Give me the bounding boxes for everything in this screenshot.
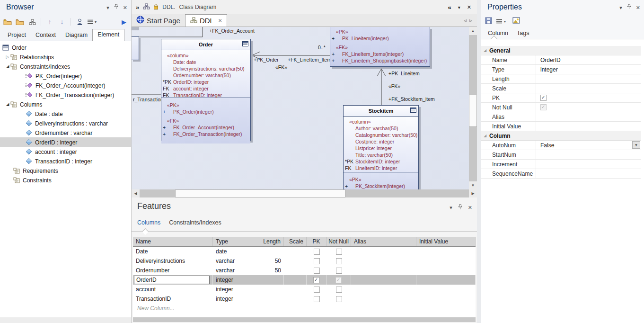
scale-value[interactable] <box>536 84 641 93</box>
tree-item-columns[interactable]: ◢ Columns <box>0 99 131 109</box>
tab-scroll-left-icon[interactable]: ◃ <box>464 17 467 24</box>
features-tab-constraints-indexes[interactable]: Constraints/Indexes <box>169 219 221 226</box>
save-icon[interactable] <box>485 17 492 26</box>
properties-close-icon[interactable]: ✕ <box>636 4 640 11</box>
tab-scroll-right-icon[interactable]: ▹ <box>469 17 472 24</box>
canvas-vertical-scrollbar[interactable]: ▲ ▼ <box>469 27 477 189</box>
table-row-ordernumber[interactable]: Ordernumber varchar 50 <box>133 266 476 275</box>
tree-item-account[interactable]: account : integer <box>0 147 131 156</box>
notnull-checkbox[interactable] <box>336 249 342 255</box>
caption-close-icon[interactable]: ✕ <box>467 4 471 10</box>
section-collapse-icon[interactable]: ◢ <box>481 134 489 138</box>
pk-checkbox[interactable] <box>314 296 320 302</box>
locate-icon[interactable] <box>75 17 84 27</box>
autonum-value[interactable]: False ▼ <box>536 141 641 150</box>
scroll-up-icon[interactable]: ▲ <box>469 27 477 35</box>
tree-item-orderid[interactable]: OrderID : integer <box>0 137 131 147</box>
scroll-right-icon[interactable]: ▶ <box>469 189 477 197</box>
properties-tab-column[interactable]: Column <box>488 30 508 36</box>
length-value[interactable] <box>536 74 641 83</box>
expander-expanded-icon[interactable]: ◢ <box>5 102 10 107</box>
features-tab-columns[interactable]: Columns <box>137 219 160 226</box>
autonum-dropdown-icon[interactable]: ▼ <box>632 141 640 149</box>
tree-item-date[interactable]: Date : date <box>0 109 131 118</box>
open-folder-icon[interactable] <box>15 17 25 27</box>
features-close-icon[interactable]: ✕ <box>468 204 472 211</box>
name-edit-field[interactable]: OrderID <box>134 276 210 284</box>
pk-checkbox[interactable] <box>313 277 319 283</box>
expander-collapsed-icon[interactable]: ▷ <box>5 54 10 59</box>
tree-item-ordernumber[interactable]: Ordernumber : varchar <box>0 128 131 137</box>
table-row-date[interactable]: Date date <box>133 247 476 256</box>
table-row-deliveryinstructions[interactable]: Deliveryinstructions varchar 50 <box>133 256 476 266</box>
name-value[interactable]: OrderID <box>536 55 641 64</box>
tab-project[interactable]: Project <box>3 30 31 41</box>
browser-bottom-scrollbar[interactable] <box>0 317 131 323</box>
tree-item-transactionid[interactable]: TransactionID : integer <box>0 156 131 166</box>
notnull-checkbox[interactable] <box>336 296 342 302</box>
canvas-horizontal-scrollbar[interactable]: ◀ ▶ <box>132 189 477 197</box>
section-collapse-icon[interactable]: ◢ <box>481 48 489 53</box>
section-column[interactable]: ◢ Column <box>481 131 641 141</box>
tree-item-requirements[interactable]: Requirements <box>0 166 131 175</box>
class-box-stockitem[interactable]: Stockitem «column» Author: varchar(50) C… <box>343 105 419 189</box>
tree-item-pk-order[interactable]: PK_Order(integer) <box>0 71 131 81</box>
tab-diagram[interactable]: Diagram <box>61 30 92 41</box>
caption-dropdown-icon[interactable]: ▾ <box>458 5 460 10</box>
diagram-canvas[interactable]: +FK_Order_Account 0..* +PK_Order +FK_Lin… <box>132 27 477 189</box>
tree-item-order[interactable]: Order <box>0 43 131 52</box>
type-value[interactable]: integer <box>536 65 641 74</box>
increment-value[interactable] <box>536 160 641 169</box>
vertical-scroll-thumb[interactable] <box>469 95 477 127</box>
section-general[interactable]: ◢ General <box>481 46 641 55</box>
tab-element[interactable]: Element <box>92 29 124 41</box>
pk-checkbox[interactable] <box>314 249 320 255</box>
notnull-checkbox[interactable] <box>336 268 342 274</box>
class-box-order[interactable]: Order «column» Date: date Deliveryinstru… <box>161 39 251 141</box>
new-package-icon[interactable]: ✦ <box>3 17 12 27</box>
forward-arrow-icon[interactable]: ▶ <box>122 18 126 26</box>
tab-close-icon[interactable]: ✕ <box>218 18 222 23</box>
expander-expanded-icon[interactable]: ◢ <box>5 64 10 69</box>
scroll-down-icon[interactable]: ▼ <box>469 181 477 189</box>
initial-value-value[interactable] <box>536 122 641 131</box>
tree-item-fk-order-transaction[interactable]: FK_Order_Transaction(integer) <box>0 90 131 99</box>
features-horizontal-scrollbar[interactable] <box>133 317 476 322</box>
hamburger-menu-icon[interactable]: ▾ <box>87 17 97 27</box>
image-icon[interactable] <box>512 17 520 26</box>
tree-item-relationships[interactable]: ▷ Relationships <box>0 52 131 62</box>
pk-checkbox[interactable] <box>540 95 547 101</box>
move-down-icon[interactable]: ↓ <box>57 17 67 27</box>
new-column-row[interactable]: New Column... <box>133 304 476 313</box>
browser-close-icon[interactable]: ✕ <box>123 4 127 11</box>
diagram-layout-icon[interactable] <box>27 17 37 27</box>
notnull-checkbox[interactable] <box>336 258 342 264</box>
tab-context[interactable]: Context <box>31 30 61 41</box>
features-dropdown-icon[interactable]: ▾ <box>450 204 452 211</box>
pk-checkbox[interactable] <box>314 258 320 264</box>
table-row-account[interactable]: account integer <box>133 285 476 294</box>
browser-pin-icon[interactable] <box>114 4 118 11</box>
tree-item-fk-order-account[interactable]: FK_Order_Account(integer) <box>0 81 131 90</box>
tree-item-constraints-indexes[interactable]: ◢ Constraints/Indexes <box>0 62 131 71</box>
properties-pin-icon[interactable] <box>627 4 631 11</box>
class-box-lineitem[interactable]: «PK» +PK_Lineitem(integer) «FK» +FK_Line… <box>330 27 430 67</box>
sequencename-value[interactable] <box>536 169 641 178</box>
alias-value[interactable] <box>536 112 641 121</box>
expand-chevrons-icon[interactable]: » <box>136 4 139 11</box>
table-row-transactionid[interactable]: TransactionID integer <box>133 294 476 304</box>
scroll-left-icon[interactable]: ◀ <box>132 189 140 197</box>
tab-ddl[interactable]: DDL ✕ <box>185 14 227 27</box>
features-pin-icon[interactable] <box>458 204 462 211</box>
horizontal-scroll-thumb[interactable] <box>175 189 345 197</box>
table-row-orderid[interactable]: OrderID integer <box>133 275 476 285</box>
collapse-chevrons-icon[interactable]: « <box>448 4 451 11</box>
move-up-icon[interactable]: ↑ <box>45 17 54 27</box>
hamburger-menu-icon[interactable]: ▾ <box>496 19 506 24</box>
tab-start-page[interactable]: Start Page <box>132 14 185 27</box>
pk-checkbox[interactable] <box>314 268 320 274</box>
tree-item-constraints[interactable]: Constraints <box>0 175 131 185</box>
notnull-checkbox[interactable] <box>336 287 342 293</box>
properties-dropdown-icon[interactable]: ▾ <box>619 4 622 11</box>
tree-item-deliveryinstructions[interactable]: Deliveryinstructions : varchar <box>0 118 131 128</box>
